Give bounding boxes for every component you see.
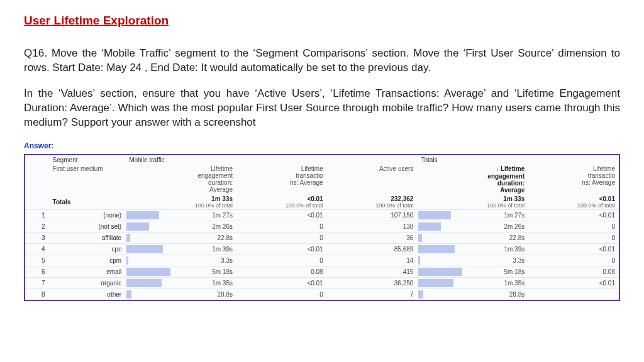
row-index: 6 [25,266,49,277]
row-transactions-mobile: 0.08 [236,266,327,277]
row-medium: (none) [49,209,126,221]
row-active-users: 36,250 [327,277,418,288]
totals-c1: <0.01100.0% of total [236,194,327,210]
row-engagement-mobile: 1m 39s [125,243,236,255]
col-lifetime-engagement-totals: Lifetimeengagementduration:Average [417,164,528,194]
row-engagement-mobile: 1m 35s [125,277,236,288]
sort-arrow-icon [496,165,501,172]
row-transactions-totals: 0 [528,232,619,243]
row-medium: email [49,266,126,277]
row-transactions-totals: 0 [528,221,619,232]
row-index: 3 [25,232,49,243]
row-engagement-mobile: 22.8s [125,232,236,243]
table-row: 7organic1m 35s<0.0136,2501m 35s<0.01 [25,277,619,288]
row-engagement-mobile: 5m 18s [125,266,236,277]
row-engagement-mobile: 28.8s [125,288,236,300]
row-transactions-mobile: 0 [236,288,327,300]
row-engagement-totals: 28.8s [417,288,528,300]
totals-row-label: Totals [49,194,126,210]
table-row: 5cpm3.3s0143.3s0 [25,255,619,266]
row-engagement-totals: 1m 39s [417,243,528,255]
row-engagement-totals: 5m 18s [417,266,528,277]
row-transactions-mobile: <0.01 [236,243,327,255]
row-active-users: 107,150 [327,209,418,221]
row-index: 4 [25,243,49,255]
row-engagement-totals: 1m 35s [417,277,528,288]
row-active-users: 36 [327,232,418,243]
row-active-users: 85,689 [327,243,418,255]
table-row: 1(none)1m 27s<0.01107,1501m 27s<0.01 [25,209,619,221]
row-transactions-totals: <0.01 [528,209,619,221]
row-medium: cpc [49,243,126,255]
row-engagement-mobile: 2m 26s [125,221,236,232]
row-medium: organic [49,277,126,288]
row-engagement-mobile: 1m 27s [125,209,236,221]
row-engagement-mobile: 3.3s [125,255,236,266]
row-index: 5 [25,255,49,266]
col-active-users: Active users [327,164,418,194]
row-transactions-totals: 0.08 [528,266,619,277]
row-medium: other [49,288,126,300]
dimension-label: First user medium [49,164,126,194]
totals-c0: 1m 33s100.0% of total [125,194,236,210]
totals-c4: <0.01100.0% of total [528,194,619,210]
row-medium: (not set) [49,221,126,232]
analytics-screenshot: Segment Mobile traffic Totals First user… [24,154,620,301]
row-medium: cpm [49,255,126,266]
row-index: 8 [25,288,49,300]
segment-header-label: Segment [49,155,126,164]
row-medium: affiliate [49,232,126,243]
table-row: 4cpc1m 39s<0.0185,6891m 39s<0.01 [25,243,619,255]
row-engagement-totals: 1m 27s [417,209,528,221]
row-transactions-totals: <0.01 [528,243,619,255]
row-engagement-totals: 22.8s [417,232,528,243]
row-engagement-totals: 2m 26s [417,221,528,232]
table-row: 6email5m 18s0.084155m 18s0.08 [25,266,619,277]
row-engagement-totals: 3.3s [417,255,528,266]
row-index: 2 [25,221,49,232]
row-active-users: 138 [327,221,418,232]
row-transactions-mobile: <0.01 [236,277,327,288]
row-active-users: 7 [327,288,418,300]
row-transactions-mobile: 0 [236,221,327,232]
row-transactions-mobile: 0 [236,255,327,266]
table-row: 8other28.8s0728.8s [25,288,619,300]
row-transactions-mobile: <0.01 [236,209,327,221]
row-index: 7 [25,277,49,288]
totals-header: Totals [417,155,619,164]
col-lifetime-transactions-mobile: Lifetimetransactions: Average [236,164,327,194]
row-transactions-mobile: 0 [236,232,327,243]
col-lifetime-transactions-totals: Lifetimetransactions: Average [528,164,619,194]
totals-c2: 232,362100.0% of total [327,194,418,210]
row-transactions-totals: <0.01 [528,277,619,288]
col-lifetime-engagement-mobile: Lifetimeengagementduration:Average [125,164,236,194]
row-active-users: 14 [327,255,418,266]
row-index: 1 [25,209,49,221]
answer-label: Answer: [24,141,620,150]
row-transactions-totals [528,288,619,300]
table-row: 2(not set)2m 26s01382m 26s0 [25,221,619,232]
question-paragraph-2: In the ‘Values’ section, ensure that you… [24,87,620,130]
row-active-users: 415 [327,266,418,277]
page-title: User Lifetime Exploration [24,14,620,28]
totals-c3: 1m 33s100.0% of total [417,194,528,210]
question-paragraph-1: Q16. Move the ‘Mobile Traffic’ segment t… [24,47,620,75]
row-transactions-totals: 0 [528,255,619,266]
table-row: 3affiliate22.8s03622.8s0 [25,232,619,243]
segment-header-value: Mobile traffic [125,155,417,164]
